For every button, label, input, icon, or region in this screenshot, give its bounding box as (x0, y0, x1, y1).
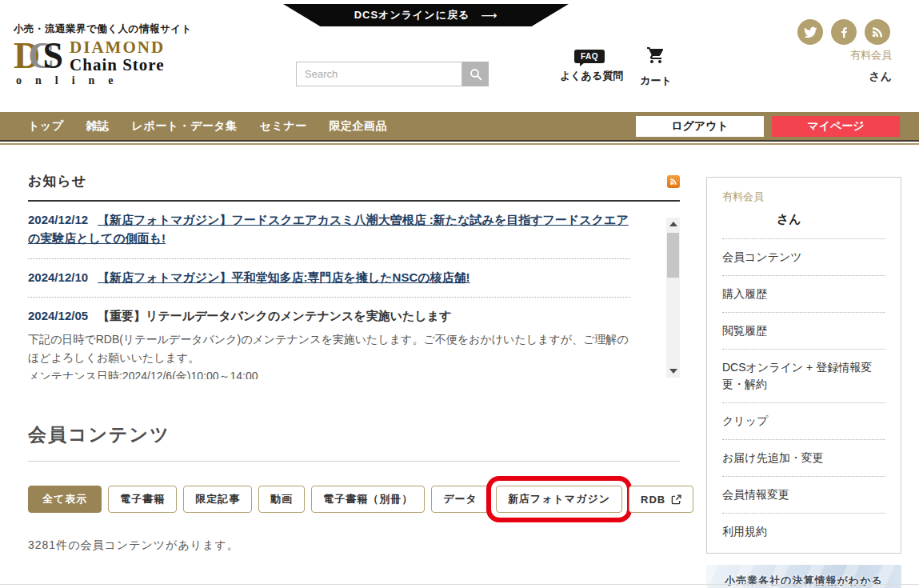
nav-item-seminar[interactable]: セミナー (260, 119, 307, 134)
main-nav: トップ 雑誌 レポート・データ集 セミナー 限定企画品 ログアウト マイページ (0, 112, 919, 142)
external-link-icon (671, 494, 681, 505)
mypage-button[interactable]: マイページ (772, 116, 900, 137)
nav-item-reports[interactable]: レポート・データ集 (131, 119, 237, 134)
logo-diamond: DIAMOND (70, 38, 165, 56)
news-rss-icon[interactable] (667, 175, 680, 188)
main-content: お知らせ 2024/12/12【新店フォトマガジン】フードスクエアカスミ八潮大曽… (0, 172, 919, 553)
logout-button[interactable]: ログアウト (636, 116, 764, 137)
sidebar-item-delivery-address[interactable]: お届け先追加・変更 (722, 439, 885, 476)
news-section-title: お知らせ (28, 172, 86, 190)
dcs-logo-letters: DCS (14, 38, 63, 74)
news-item: 2024/12/10【新店フォトマガジン】平和堂知多店:専門店を擁したNSCの核… (28, 258, 630, 297)
cart-icon (645, 46, 666, 65)
facebook-icon[interactable] (831, 19, 857, 45)
member-name-label: さん (850, 70, 892, 84)
faq-icon: FAQ (574, 50, 605, 63)
news-list: 2024/12/12【新店フォトマガジン】フードスクエアカスミ八潮大曽根店 :新… (28, 202, 680, 379)
sidebar-item-purchase-history[interactable]: 購入履歴 (722, 275, 885, 312)
sidebar-item-member-info-change[interactable]: 会員情報変更 (722, 476, 885, 513)
nav-item-limited[interactable]: 限定企画品 (330, 119, 388, 134)
sidebar-member-type: 有料会員 (722, 190, 885, 204)
news-link[interactable]: 【新店フォトマガジン】平和堂知多店:専門店を擁したNSCの核店舗! (98, 270, 470, 284)
site-header: DCSオンラインに戻る ⟶ 小売・流通業界で働く人の情報サイト DCS DIAM… (0, 0, 919, 112)
rss-icon[interactable] (865, 19, 890, 45)
footer-divider (0, 584, 919, 585)
filter-bar: 全て表示 電子書籍 限定記事 動画 電子書籍（別冊） データ 新店フォトマガジン… (28, 486, 680, 513)
long-arrow-icon: ⟶ (481, 9, 497, 22)
sidebar: 有料会員 さん 会員コンテンツ 購入履歴 閲覧履歴 DCSオンライン + 登録情… (706, 177, 901, 588)
content-count: 3281件の会員コンテンツがあります。 (28, 538, 680, 553)
filter-data[interactable]: データ (431, 486, 489, 513)
filter-new-store-photo-magazine[interactable]: 新店フォトマガジン (496, 486, 622, 513)
logo-chain-store: Chain Store (70, 56, 165, 74)
sidebar-item-clip[interactable]: クリップ (722, 402, 885, 439)
back-to-dcs-label: DCSオンラインに戻る (354, 8, 470, 22)
cart-label: カート (636, 74, 676, 88)
scrollbar-down-icon[interactable] (666, 365, 680, 378)
member-type-label: 有料会員 (850, 48, 892, 62)
filter-ebook-extra[interactable]: 電子書籍（別冊） (311, 486, 425, 513)
filter-show-all[interactable]: 全て表示 (28, 486, 102, 513)
filter-limited-article[interactable]: 限定記事 (183, 486, 252, 513)
scrollbar-up-icon[interactable] (666, 218, 680, 230)
news-link[interactable]: 【新店フォトマガジン】フードスクエアカスミ八潮大曽根店 :新たな試みを目指すフー… (28, 213, 629, 245)
news-item: 2024/12/05【重要】リテールデータバンクのメンテナンスを実施いたします … (28, 297, 630, 379)
search-button[interactable] (462, 62, 489, 86)
header-member-status: 有料会員 さん (850, 48, 892, 84)
nav-item-magazine[interactable]: 雑誌 (86, 119, 109, 134)
rdb-label: RDB (641, 494, 665, 506)
scrollbar-thumb[interactable] (667, 233, 679, 278)
news-date: 2024/12/12 (28, 213, 88, 226)
news-body: 下記の日時でRDB(リテールデータバンク)のメンテナンスを実施いたします。ご不便… (28, 330, 630, 379)
nav-item-top[interactable]: トップ (28, 119, 63, 134)
sidebar-member-name: さん (722, 212, 885, 227)
sidebar-item-browsing-history[interactable]: 閲覧履歴 (722, 312, 885, 349)
site-logo[interactable]: 小売・流通業界で働く人の情報サイト DCS DIAMOND Chain Stor… (14, 22, 192, 87)
news-date: 2024/12/10 (28, 270, 88, 284)
social-links (789, 19, 890, 45)
back-to-dcs-banner[interactable]: DCSオンラインに戻る ⟶ (283, 4, 569, 26)
site-tagline: 小売・流通業界で働く人の情報サイト (14, 22, 192, 36)
filter-ebook[interactable]: 電子書籍 (108, 486, 177, 513)
cart-link[interactable]: カート (636, 46, 676, 88)
search-input[interactable] (296, 62, 462, 86)
news-scrollbar[interactable] (666, 218, 680, 378)
news-date: 2024/12/05 (28, 309, 88, 322)
faq-label: よくある質問 (560, 69, 619, 83)
sidebar-item-terms[interactable]: 利用規約 (722, 513, 885, 550)
search-icon (469, 67, 483, 82)
logo-online: online (14, 74, 192, 87)
member-content-title: 会員コンテンツ (28, 422, 680, 462)
search-bar (296, 62, 489, 86)
nav-underline (0, 143, 919, 145)
twitter-icon[interactable] (797, 19, 823, 45)
rdb-banner-tagline: 小売業各社の決算情報がわかる (706, 574, 901, 588)
faq-link[interactable]: FAQ よくある質問 (560, 48, 619, 83)
sidebar-item-member-content[interactable]: 会員コンテンツ (722, 238, 885, 275)
sidebar-item-registration-change[interactable]: DCSオンライン + 登録情報変更・解約 (722, 349, 885, 402)
page: DCSオンラインに戻る ⟶ 小売・流通業界で働く人の情報サイト DCS DIAM… (0, 0, 919, 588)
member-menu: 有料会員 さん 会員コンテンツ 購入履歴 閲覧履歴 DCSオンライン + 登録情… (706, 177, 901, 554)
news-title-static: 【重要】リテールデータバンクのメンテナンスを実施いたします (98, 309, 451, 322)
filter-rdb[interactable]: RDB (629, 486, 693, 513)
news-item: 2024/12/12【新店フォトマガジン】フードスクエアカスミ八潮大曽根店 :新… (28, 202, 630, 258)
filter-video[interactable]: 動画 (258, 486, 305, 513)
